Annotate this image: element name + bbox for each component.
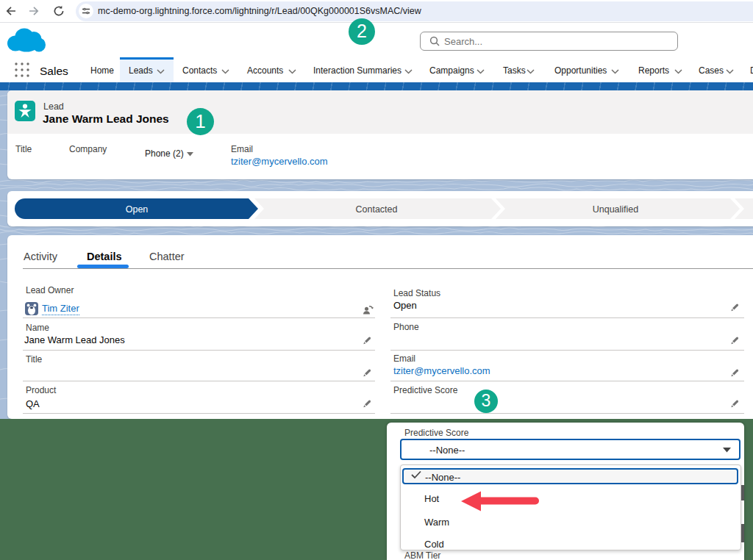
svg-text:Unqualified: Unqualified xyxy=(593,204,639,215)
svg-text:Open: Open xyxy=(126,204,149,215)
svg-text:Contacted: Contacted xyxy=(356,204,398,215)
